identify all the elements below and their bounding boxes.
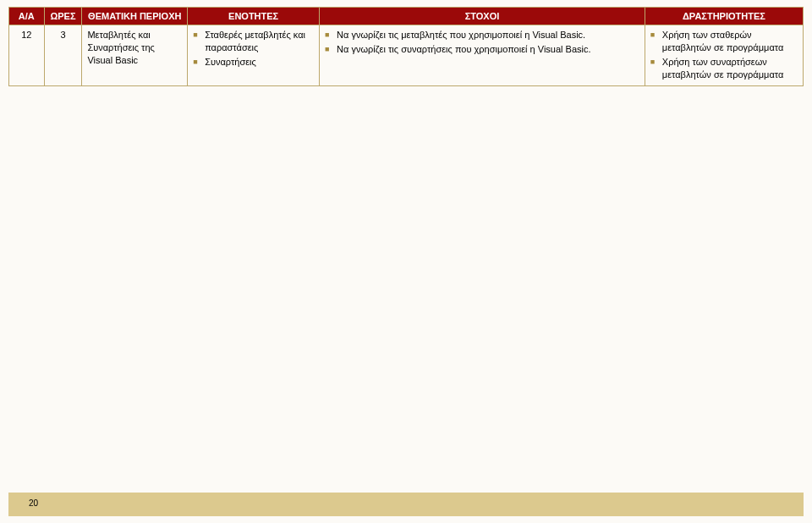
footer-bar: 20 [8, 493, 804, 516]
cell-wres: 3 [44, 25, 82, 86]
header-stoxoi: ΣΤΟΧΟΙ [320, 8, 645, 25]
list-item: Σταθερές μεταβλητές και παραστάσεις [193, 29, 314, 54]
table-header-row: Α/Α ΩΡΕΣ ΘΕΜΑΤΙΚΗ ΠΕΡΙΟΧΗ ΕΝΟΤΗΤΕΣ ΣΤΟΧΟ… [9, 8, 804, 25]
enotites-list: Σταθερές μεταβλητές και παραστάσεις Συνα… [193, 29, 314, 69]
list-item: Χρήση των συναρτήσεων μεταβλητών σε προγ… [650, 56, 798, 81]
cell-enotites: Σταθερές μεταβλητές και παραστάσεις Συνα… [188, 25, 320, 86]
header-wres: ΩΡΕΣ [44, 8, 82, 25]
header-drast: ΔΡΑΣΤΗΡΙΟΤΗΤΕΣ [645, 8, 803, 25]
cell-drast: Χρήση των σταθερών μεταβλητών σε προγράμ… [645, 25, 803, 86]
cell-thematic: Μεταβλητές και Συναρτήσεις της Visual Ba… [82, 25, 188, 86]
curriculum-table: Α/Α ΩΡΕΣ ΘΕΜΑΤΙΚΗ ΠΕΡΙΟΧΗ ΕΝΟΤΗΤΕΣ ΣΤΟΧΟ… [8, 7, 804, 86]
table-row: 12 3 Μεταβλητές και Συναρτήσεις της Visu… [9, 25, 804, 86]
list-item: Συναρτήσεις [193, 56, 314, 69]
list-item: Χρήση των σταθερών μεταβλητών σε προγράμ… [650, 29, 798, 54]
cell-stoxoi: Να γνωρίζει τις μεταβλητές που χρησιμοπο… [320, 25, 645, 86]
list-item: Να γνωρίζει τις συναρτήσεις που χρησιμοπ… [325, 43, 639, 56]
page-number: 20 [29, 498, 38, 508]
stoxoi-list: Να γνωρίζει τις μεταβλητές που χρησιμοπο… [325, 29, 639, 56]
list-item: Να γνωρίζει τις μεταβλητές που χρησιμοπο… [325, 29, 639, 41]
header-aa: Α/Α [9, 8, 45, 25]
header-thematic: ΘΕΜΑΤΙΚΗ ΠΕΡΙΟΧΗ [82, 8, 188, 25]
header-enotites: ΕΝΟΤΗΤΕΣ [188, 8, 320, 25]
cell-aa: 12 [9, 25, 45, 86]
drast-list: Χρήση των σταθερών μεταβλητών σε προγράμ… [650, 29, 798, 80]
